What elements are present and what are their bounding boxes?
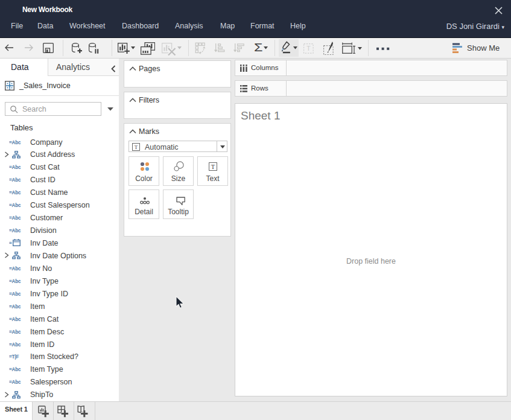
svg-text:T: T (306, 45, 311, 52)
svg-text:T: T (135, 144, 138, 150)
svg-text:T: T (211, 164, 215, 170)
